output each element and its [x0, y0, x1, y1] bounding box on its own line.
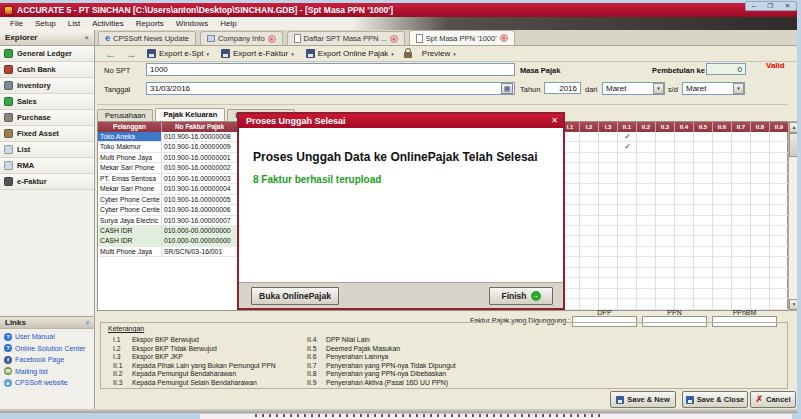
column-header-pelanggan[interactable]: Pelanggan — [98, 122, 162, 132]
menu-reports[interactable]: Reports — [130, 19, 170, 28]
sidebar-item-inventory[interactable]: Inventory — [0, 78, 94, 94]
cell-no-faktur[interactable]: 010.900-16.00000003 — [162, 174, 238, 183]
tanggal-input[interactable]: 31/03/2016 — [146, 82, 515, 95]
link-user-manual[interactable]: ?User Manual — [4, 331, 94, 343]
keterangan-right-column: II.4DPP Nilai LainII.5Deemed Pajak Masuk… — [307, 336, 456, 388]
dialog-title-bar[interactable]: Proses Unggah Selesai — [239, 114, 563, 128]
window-controls: – ❐ ✕ — [745, 1, 797, 11]
menu-list[interactable]: List — [62, 19, 86, 28]
cell-no-faktur[interactable]: 010.900-16.00000002 — [162, 163, 238, 172]
tab-daftar-spt-masa-ppn[interactable]: Daftar SPT Masa PPN ...× — [287, 31, 405, 45]
cell-no-faktur[interactable]: 010.900-16.00000004 — [162, 184, 238, 193]
explorer-close-icon[interactable]: × — [84, 33, 89, 42]
menu-file[interactable]: File — [4, 19, 29, 28]
dari-select[interactable]: Maret ▼ — [602, 82, 665, 95]
column-header-ii-8[interactable]: II.8 — [751, 122, 770, 132]
check-grid — [561, 132, 789, 310]
column-header-ii-1[interactable]: II.1 — [618, 122, 637, 132]
tab-cpssoft-news-update[interactable]: eCPSSoft News Update — [98, 31, 196, 45]
cell-pelanggan[interactable]: CASH IDR — [98, 236, 162, 245]
sidebar-item-list[interactable]: List — [0, 142, 94, 158]
sidebar-item-purchase[interactable]: Purchase — [0, 110, 94, 126]
close-tab-icon[interactable]: × — [268, 35, 276, 43]
tab-pajak-keluaran[interactable]: Pajak Keluaran — [155, 108, 225, 121]
sd-select[interactable]: Maret ▼ — [682, 82, 745, 95]
restore-button[interactable]: ❐ — [767, 2, 773, 10]
toolbar-export-e-spt[interactable]: Export e-Spt▾ — [147, 49, 209, 58]
links-header[interactable]: Links » — [0, 316, 94, 329]
cell-no-faktur[interactable]: 010.000-00.00000000 — [162, 236, 238, 245]
finish-button[interactable]: Finish → — [489, 287, 553, 305]
cell-no-faktur[interactable]: SR/SCN/03-16/001 — [162, 247, 238, 256]
column-header-ii-2[interactable]: II.2 — [637, 122, 656, 132]
explorer-header: Explorer × — [0, 30, 95, 46]
forward-arrow-icon[interactable]: → — [126, 48, 137, 60]
minimize-button[interactable]: – — [752, 2, 756, 10]
column-header-ii-7[interactable]: II.7 — [732, 122, 751, 132]
preview-button[interactable]: Preview ▾ — [422, 49, 456, 58]
save-close-button[interactable]: Save & Close — [682, 391, 748, 408]
toolbar-export-e-faktur[interactable]: Export e-Faktur▾ — [221, 49, 294, 58]
cell-no-faktur[interactable]: 010.900-16.00000006 — [162, 205, 238, 214]
cancel-button[interactable]: ✗Cancel — [750, 391, 796, 408]
dialog-close-icon[interactable]: ✕ — [551, 116, 558, 126]
column-header-ppnbm: PPnBM — [712, 309, 777, 316]
menu-help[interactable]: Help — [214, 19, 242, 28]
back-arrow-icon[interactable]: ← — [105, 48, 116, 60]
link-online-solution-center[interactable]: ?Online Solution Center — [4, 343, 94, 355]
link-cpssoft-website[interactable]: eCPSSoft website — [4, 377, 94, 389]
toolbar-export-online-pajak[interactable]: Export Online Pajak▾ — [306, 49, 394, 58]
menu-setup[interactable]: Setup — [29, 19, 62, 28]
column-header-i-2[interactable]: I.2 — [580, 122, 599, 132]
cell-no-faktur[interactable]: 010.900-16.00000007 — [162, 216, 238, 225]
keterangan-text: Ekspor BKP JKP — [132, 353, 183, 362]
tab-spt-masa-ppn-1000[interactable]: Spt Masa PPN '1000'× — [409, 30, 515, 45]
calendar-icon[interactable]: ▦ — [501, 83, 513, 94]
sidebar-item-rma[interactable]: RMA — [0, 158, 94, 174]
sidebar-item-e-faktur[interactable]: e-Faktur — [0, 174, 94, 190]
cell-pelanggan[interactable]: Multi Phone Jaya — [98, 153, 162, 162]
cell-pelanggan[interactable]: Cyber Phone Cente — [98, 205, 162, 214]
link-mailing-list[interactable]: ✉Mailing list — [4, 366, 94, 378]
buka-onlinepajak-button[interactable]: Buka OnlinePajak — [251, 287, 339, 305]
sidebar-item-cash-bank[interactable]: Cash Bank — [0, 62, 94, 78]
cell-pelanggan[interactable]: Toko Aneka — [98, 132, 162, 141]
menu-activities[interactable]: Activities — [86, 19, 130, 28]
column-header-ii-3[interactable]: II.3 — [656, 122, 675, 132]
column-header-i-3[interactable]: I.3 — [599, 122, 618, 132]
dropdown-arrow-icon[interactable]: ▼ — [733, 83, 744, 94]
close-button[interactable]: ✕ — [785, 2, 790, 10]
cell-no-faktur[interactable]: 010.900-16.00000009 — [162, 142, 238, 151]
column-header-ii-6[interactable]: II.6 — [713, 122, 732, 132]
column-header-ii-4[interactable]: II.4 — [675, 122, 694, 132]
cell-pelanggan[interactable]: Mekar Sari Phone — [98, 163, 162, 172]
no-spt-input[interactable]: 1000 — [146, 63, 515, 76]
cell-pelanggan[interactable]: Toko Makmur — [98, 142, 162, 151]
cell-no-faktur[interactable]: 010.900-16.00000005 — [162, 195, 238, 204]
cell-pelanggan[interactable]: Multi Phone Jaya — [98, 247, 162, 256]
lock-icon[interactable] — [404, 52, 412, 58]
sidebar-item-fixed-asset[interactable]: Fixed Asset — [0, 126, 94, 142]
column-header-no-faktur[interactable]: No Faktur Pajak — [162, 122, 238, 132]
tahun-input[interactable]: 2016 — [544, 82, 581, 94]
cell-pelanggan[interactable]: PT. Emas Sentosa — [98, 174, 162, 183]
link-facebook-page[interactable]: fFacebook Page — [4, 354, 94, 366]
save-new-button[interactable]: Save & New — [610, 391, 676, 408]
cell-pelanggan[interactable]: Cyber Phone Cente — [98, 195, 162, 204]
cell-no-faktur[interactable]: 010.900-16.00000001 — [162, 153, 238, 162]
cell-pelanggan[interactable]: CASH IDR — [98, 226, 162, 235]
cell-no-faktur[interactable]: 010.900-16.00000008 — [162, 132, 238, 141]
dropdown-arrow-icon[interactable]: ▼ — [653, 83, 664, 94]
cell-no-faktur[interactable]: 010.000-00.00000000 — [162, 226, 238, 235]
cell-pelanggan[interactable]: Surya Jaya Electric — [98, 216, 162, 225]
sidebar-item-sales[interactable]: Sales — [0, 94, 94, 110]
tab-perusahaan[interactable]: Perusahaan — [97, 109, 153, 121]
close-tab-icon[interactable]: × — [390, 35, 398, 43]
sidebar-item-general-ledger[interactable]: General Ledger — [0, 46, 94, 62]
cell-pelanggan[interactable]: Mekar Sari Phone — [98, 184, 162, 193]
tab-company-info[interactable]: Company Info× — [200, 31, 283, 45]
column-header-ii-9[interactable]: II.9 — [770, 122, 789, 132]
close-tab-icon[interactable]: × — [500, 34, 508, 42]
menu-windows[interactable]: Windows — [170, 19, 214, 28]
column-header-ii-5[interactable]: II.5 — [694, 122, 713, 132]
